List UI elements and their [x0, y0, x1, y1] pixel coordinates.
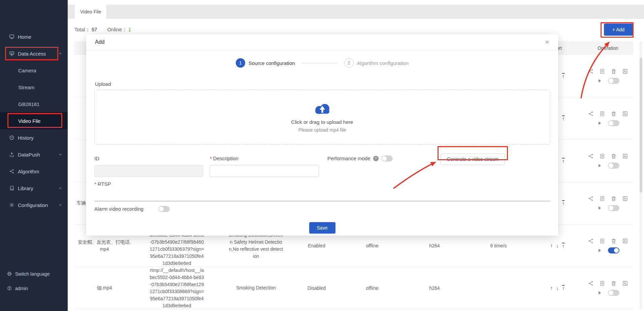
move-top-icon[interactable]: ↑: [562, 158, 565, 164]
enable-toggle[interactable]: [608, 205, 619, 211]
algorithm-config-icon[interactable]: [588, 111, 594, 117]
export-icon[interactable]: [622, 280, 628, 286]
sidebar-item-history[interactable]: History: [0, 129, 68, 146]
step-number: 2: [344, 58, 354, 68]
tab-video-file[interactable]: Video File: [75, 5, 106, 19]
required-mark: *: [94, 181, 96, 187]
move-top-icon[interactable]: ↑: [562, 115, 565, 122]
delete-icon[interactable]: [611, 280, 617, 286]
performance-mode-label: Performance mode: [327, 156, 371, 162]
enable-toggle[interactable]: [608, 290, 619, 296]
generate-video-stream-button[interactable]: Generate a video stream: [441, 153, 505, 165]
status: Disabled: [293, 285, 340, 291]
add-button[interactable]: + Add: [604, 24, 633, 36]
enable-toggle[interactable]: [608, 247, 619, 253]
switch-language-button[interactable]: Switch language: [0, 267, 68, 281]
column-header-operation: Operation: [583, 45, 633, 51]
document-icon[interactable]: [599, 196, 605, 202]
required-mark: *: [210, 156, 212, 161]
scrollbar-thumb[interactable]: [640, 58, 642, 193]
step-label: Algorithm configuration: [357, 60, 409, 66]
upload-dropzone[interactable]: Click or drag to upload here Please uplo…: [94, 90, 550, 145]
chevron-down-icon: [58, 186, 62, 190]
enable-toggle[interactable]: [608, 163, 619, 169]
move-top-icon[interactable]: ↑: [562, 73, 565, 79]
performance-mode-toggle[interactable]: [381, 156, 393, 162]
delete-icon[interactable]: [611, 68, 617, 74]
play-icon[interactable]: [597, 247, 603, 253]
export-icon[interactable]: [622, 111, 628, 117]
sidebar-item-configuration[interactable]: Configuration: [0, 197, 68, 213]
rtsp-input[interactable]: [94, 193, 550, 201]
delete-icon[interactable]: [611, 153, 617, 159]
play-icon[interactable]: [597, 163, 603, 169]
online-value: 1: [128, 27, 131, 32]
play-icon[interactable]: [597, 205, 603, 211]
id-input[interactable]: [94, 165, 203, 177]
sidebar-item-label: Library: [18, 185, 55, 191]
document-icon[interactable]: [599, 280, 605, 286]
algorithm-config-icon[interactable]: [588, 196, 594, 202]
move-top-icon[interactable]: ↑: [562, 243, 565, 249]
algorithm-config-icon[interactable]: [588, 153, 594, 159]
delete-icon[interactable]: [611, 196, 617, 202]
document-icon[interactable]: [599, 68, 605, 74]
enable-toggle[interactable]: [608, 78, 619, 84]
sidebar-item-label: DataPush: [18, 152, 55, 158]
enable-toggle[interactable]: [608, 120, 619, 126]
move-up-icon[interactable]: ↑: [550, 243, 553, 248]
help-icon[interactable]: ?: [373, 156, 379, 161]
upload-label: Upload: [95, 81, 549, 87]
sidebar-item-stream[interactable]: Stream: [0, 79, 68, 96]
operation-controls: [583, 196, 633, 211]
sidebar-item-algorithm[interactable]: Algorithm: [0, 163, 68, 180]
play-icon[interactable]: [597, 290, 603, 296]
sidebar-footer: Switch language admin: [0, 267, 68, 296]
globe-icon: [7, 271, 12, 276]
export-icon[interactable]: [622, 68, 628, 74]
algorithm-config-icon[interactable]: [588, 68, 594, 74]
sidebar-item-video-file[interactable]: Video File: [0, 112, 68, 129]
sidebar-item-gb28181[interactable]: GB28181: [0, 96, 68, 112]
sidebar-item-home[interactable]: Home: [0, 28, 68, 45]
step-connector: [301, 63, 338, 63]
stats-bar: Total：57 Online：1 + Add: [74, 24, 633, 36]
performance-mode-group: Performance mode ?: [327, 156, 393, 162]
sidebar-item-camera[interactable]: Camera: [0, 62, 68, 79]
move-top-icon[interactable]: ↑: [562, 200, 565, 206]
sort-controls: ↑ ↓ ↑: [532, 243, 583, 249]
user-icon: [7, 286, 12, 291]
document-icon[interactable]: [599, 153, 605, 159]
operation-controls: [583, 280, 633, 296]
move-down-icon[interactable]: ↓: [556, 285, 559, 291]
document-icon[interactable]: [599, 238, 605, 244]
sort-controls: ↑ ↓ ↑: [532, 285, 583, 291]
cloud-upload-icon: [313, 102, 332, 117]
vertical-scrollbar[interactable]: [640, 41, 642, 309]
description-input[interactable]: [210, 165, 319, 177]
sidebar-item-library[interactable]: Library: [0, 180, 68, 197]
export-icon[interactable]: [622, 196, 628, 202]
move-up-icon[interactable]: ↑: [550, 285, 553, 291]
alarm-recording-toggle[interactable]: [158, 206, 170, 212]
save-button[interactable]: Save: [309, 222, 335, 234]
play-icon[interactable]: [597, 120, 603, 126]
export-icon[interactable]: [622, 153, 628, 159]
delete-icon[interactable]: [611, 238, 617, 244]
sidebar-item-label: Video File: [18, 118, 62, 124]
user-menu[interactable]: admin: [0, 281, 68, 296]
close-icon[interactable]: ✕: [545, 39, 549, 45]
description-label: *Description: [210, 156, 238, 162]
play-icon[interactable]: [597, 78, 603, 84]
sidebar-item-data-access[interactable]: Data Access: [0, 45, 68, 62]
step-label: Source configuration: [249, 60, 295, 66]
configuration-icon: [9, 202, 14, 208]
sidebar-item-datapush[interactable]: DataPush: [0, 146, 68, 163]
move-top-icon[interactable]: ↑: [562, 285, 565, 291]
move-down-icon[interactable]: ↓: [556, 243, 559, 248]
algorithm-config-icon[interactable]: [588, 280, 594, 286]
algorithm-config-icon[interactable]: [588, 238, 594, 244]
delete-icon[interactable]: [611, 111, 617, 117]
export-icon[interactable]: [622, 238, 628, 244]
document-icon[interactable]: [599, 111, 605, 117]
